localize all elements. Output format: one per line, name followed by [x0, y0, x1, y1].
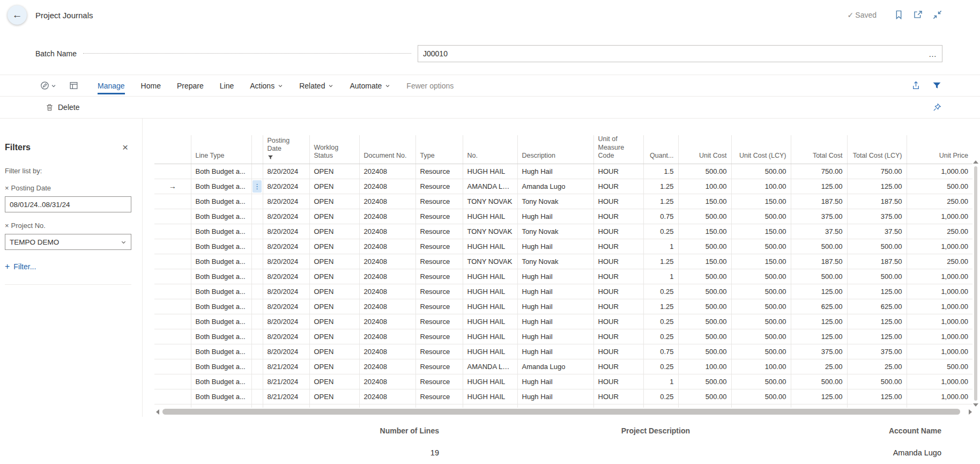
- cell-description[interactable]: Hugh Hail: [517, 389, 593, 404]
- row-indicator-cell[interactable]: →: [154, 389, 191, 404]
- cell-line-type[interactable]: Both Budget a...: [191, 389, 251, 404]
- cell-type[interactable]: Resource: [415, 284, 463, 299]
- cell-worklog-status[interactable]: OPEN: [309, 179, 359, 194]
- col-header-quantity[interactable]: Quant...: [643, 135, 678, 164]
- cell-description[interactable]: Hugh Hail: [517, 299, 593, 314]
- cell-total-cost[interactable]: 187.50: [791, 254, 847, 269]
- cell-quantity[interactable]: 0.25: [643, 284, 678, 299]
- cell-unit-cost[interactable]: 500.00: [678, 314, 731, 329]
- cell-unit-cost[interactable]: 150.00: [678, 194, 731, 209]
- cell-total-cost-lcy[interactable]: 37.50: [847, 224, 907, 239]
- cell-description[interactable]: Amanda Lugo: [517, 359, 593, 374]
- cell-total-cost-lcy[interactable]: 25.00: [847, 359, 907, 374]
- col-header-total-cost-lcy[interactable]: Total Cost (LCY): [847, 135, 907, 164]
- cell-unit-cost-lcy[interactable]: 500.00: [731, 374, 791, 389]
- row-indicator-cell[interactable]: →: [154, 314, 191, 329]
- cell-quantity[interactable]: 0.75: [643, 344, 678, 359]
- cell-posting-date[interactable]: 8/20/2024: [263, 314, 309, 329]
- cell-total-cost-lcy[interactable]: 500.00: [847, 374, 907, 389]
- edit-list-icon[interactable]: [40, 81, 56, 90]
- cell-line-type[interactable]: Both Budget a...: [191, 209, 251, 224]
- cell-worklog-status[interactable]: OPEN: [309, 314, 359, 329]
- table-row[interactable]: → Both Budget a... ⋮ 8/20/2024 OPEN 2024…: [154, 194, 972, 209]
- add-filter-button[interactable]: + Filter...: [5, 262, 142, 271]
- row-menu-cell[interactable]: ⋮: [251, 284, 263, 299]
- cell-unit-cost-lcy[interactable]: 100.00: [731, 359, 791, 374]
- col-header-line-type[interactable]: Line Type: [191, 135, 251, 164]
- cell-posting-date[interactable]: 8/20/2024: [263, 344, 309, 359]
- cell-no[interactable]: HUGH HAIL: [463, 404, 517, 408]
- cell-unit-of-measure[interactable]: HOUR: [593, 329, 643, 344]
- cell-total-cost-lcy[interactable]: 500.00: [847, 239, 907, 254]
- cell-document-no[interactable]: 202408: [359, 374, 415, 389]
- cell-no[interactable]: TONY NOVAK: [463, 224, 517, 239]
- cell-unit-price[interactable]: 1,000.00: [907, 209, 972, 224]
- cell-description[interactable]: Tony Novak: [517, 224, 593, 239]
- cell-description[interactable]: Hugh Hail: [517, 374, 593, 389]
- cell-worklog-status[interactable]: OPEN: [309, 404, 359, 408]
- row-indicator-cell[interactable]: →: [154, 254, 191, 269]
- cell-posting-date[interactable]: 8/20/2024: [263, 164, 309, 179]
- batch-name-input[interactable]: [423, 49, 929, 58]
- cell-worklog-status[interactable]: OPEN: [309, 269, 359, 284]
- cell-unit-cost[interactable]: 100.00: [678, 359, 731, 374]
- cell-total-cost[interactable]: 187.50: [791, 194, 847, 209]
- cell-type[interactable]: Resource: [415, 194, 463, 209]
- cell-document-no[interactable]: 202408: [359, 404, 415, 408]
- cell-unit-cost[interactable]: 500.00: [678, 239, 731, 254]
- cell-unit-cost-lcy[interactable]: 500.00: [731, 269, 791, 284]
- cell-description[interactable]: Amanda Lugo: [517, 179, 593, 194]
- cell-unit-cost-lcy[interactable]: 500.00: [731, 239, 791, 254]
- table-row[interactable]: → Both Budget a... ⋮ 8/20/2024 OPEN 2024…: [154, 344, 972, 359]
- cell-no[interactable]: HUGH HAIL: [463, 374, 517, 389]
- cell-line-type[interactable]: Both Budget a...: [191, 314, 251, 329]
- cell-unit-price[interactable]: 250.00: [907, 194, 972, 209]
- cell-total-cost[interactable]: 125.00: [791, 284, 847, 299]
- cell-posting-date[interactable]: 8/20/2024: [263, 194, 309, 209]
- cell-unit-of-measure[interactable]: HOUR: [593, 254, 643, 269]
- cell-total-cost[interactable]: 500.00: [791, 374, 847, 389]
- cell-document-no[interactable]: 202408: [359, 194, 415, 209]
- col-header-unit-of-measure[interactable]: Unit of Measure Code: [593, 135, 643, 164]
- tab-line[interactable]: Line: [220, 82, 234, 90]
- cell-unit-cost-lcy[interactable]: 150.00: [731, 224, 791, 239]
- cell-posting-date[interactable]: 8/21/2024: [263, 389, 309, 404]
- cell-no[interactable]: HUGH HAIL: [463, 284, 517, 299]
- horizontal-scroll-track[interactable]: [159, 408, 969, 416]
- toggle-filter-pane-icon[interactable]: [932, 81, 941, 90]
- cell-line-type[interactable]: Both Budget a...: [191, 224, 251, 239]
- col-header-document-no[interactable]: Document No.: [359, 135, 415, 164]
- scroll-down-arrow-icon[interactable]: [973, 403, 978, 407]
- tab-related[interactable]: Related: [299, 82, 333, 90]
- cell-description[interactable]: Hugh Hail: [517, 314, 593, 329]
- cell-line-type[interactable]: Both Budget a...: [191, 299, 251, 314]
- col-header-type[interactable]: Type: [415, 135, 463, 164]
- cell-unit-cost-lcy[interactable]: 500.00: [731, 329, 791, 344]
- scroll-right-arrow-icon[interactable]: [969, 409, 972, 415]
- cell-document-no[interactable]: 202408: [359, 344, 415, 359]
- row-menu-cell[interactable]: ⋮: [251, 194, 263, 209]
- cell-unit-of-measure[interactable]: HOUR: [593, 359, 643, 374]
- horizontal-scroll-thumb[interactable]: [162, 409, 960, 415]
- row-indicator-cell[interactable]: →: [154, 179, 191, 194]
- table-row[interactable]: → Both Budget a... ⋮ 8/20/2024 OPEN 2024…: [154, 164, 972, 179]
- cell-worklog-status[interactable]: OPEN: [309, 254, 359, 269]
- cell-posting-date[interactable]: 8/20/2024: [263, 284, 309, 299]
- cell-unit-price[interactable]: 1,000.00: [907, 389, 972, 404]
- row-menu-cell[interactable]: ⋮: [251, 269, 263, 284]
- tab-home[interactable]: Home: [141, 82, 161, 90]
- delete-button[interactable]: Delete: [46, 103, 79, 112]
- row-menu-cell[interactable]: ⋮: [251, 359, 263, 374]
- row-indicator-cell[interactable]: →: [154, 164, 191, 179]
- vertical-scroll-track[interactable]: [972, 164, 979, 403]
- cell-total-cost-lcy[interactable]: 375.00: [847, 209, 907, 224]
- tab-manage[interactable]: Manage: [98, 82, 125, 90]
- cell-document-no[interactable]: 202408: [359, 209, 415, 224]
- cell-type[interactable]: Resource: [415, 224, 463, 239]
- table-row[interactable]: → Both Budget a... ⋮ 8/20/2024 OPEN 2024…: [154, 314, 972, 329]
- cell-type[interactable]: Resource: [415, 404, 463, 408]
- cell-no[interactable]: HUGH HAIL: [463, 239, 517, 254]
- cell-quantity[interactable]: 1.25: [643, 299, 678, 314]
- cell-total-cost[interactable]: 625.00: [791, 404, 847, 408]
- row-indicator-cell[interactable]: →: [154, 374, 191, 389]
